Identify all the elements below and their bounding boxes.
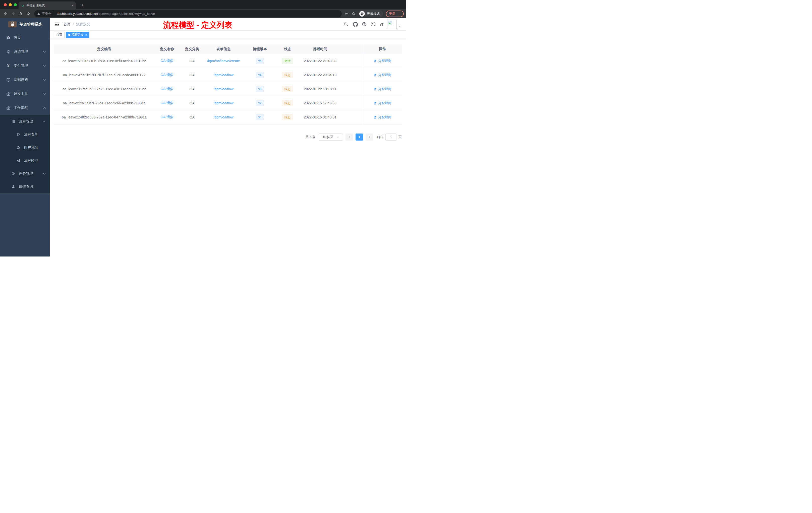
github-icon[interactable] (352, 22, 358, 27)
definition-name-link[interactable]: OA 请假 (161, 101, 173, 105)
font-size-icon[interactable]: TT (380, 22, 383, 26)
url-bar[interactable]: 不安全 dashboard.yudao.iocoder.cn/bpm/manag… (34, 10, 342, 17)
breadcrumb-separator: / (73, 22, 74, 26)
col-operations: 操作 (363, 44, 402, 54)
sidebar-item-home[interactable]: 首页 (0, 31, 50, 45)
deploy-time: 2022-01-16 01:40:51 (297, 110, 343, 124)
logo-rabbit-image (8, 21, 17, 27)
deploy-time: 2022-01-22 21:48:38 (297, 54, 343, 68)
assign-rule-link[interactable]: 分配规则 (373, 73, 391, 77)
key-icon[interactable] (345, 11, 349, 16)
filler-cell (343, 82, 363, 96)
tag-home[interactable]: 首页 (54, 32, 64, 38)
tag-process-definition[interactable]: 流程定义 × (66, 32, 89, 38)
deploy-time: 2022-01-22 20:34:10 (297, 68, 343, 82)
form-info-link[interactable]: /bpm/oa/flow (213, 101, 233, 105)
flow-branch-icon (11, 172, 16, 176)
assign-rule-link[interactable]: 分配规则 (373, 87, 391, 91)
assign-rule-link[interactable]: 分配规则 (373, 115, 391, 119)
page-size-select[interactable]: 10条/页 (319, 133, 343, 141)
goto-suffix: 页 (399, 135, 402, 139)
home-icon[interactable] (25, 10, 31, 17)
sidebar-item-infrastructure[interactable]: 基础设施 (0, 73, 50, 87)
table-row: oa_leave:3:1fad3d93-7b75-11ec-a3c8-acde4… (54, 82, 402, 96)
sidebar-item-process-model[interactable]: 流程模型 (0, 154, 50, 167)
sidebar-item-system[interactable]: 系统管理 (0, 45, 50, 59)
assign-rule-link[interactable]: 分配规则 (373, 59, 391, 63)
reload-icon[interactable] (17, 10, 24, 17)
deploy-time: 2022-01-22 19:19:11 (297, 82, 343, 96)
status-badge: 挂起 (282, 100, 293, 106)
form-info-link[interactable]: /bpm/oa/leave/create (207, 59, 240, 63)
yen-icon: ¥ (6, 63, 10, 68)
navbar-icons: TT ▾ (344, 20, 401, 29)
definition-id: oa_leave:5:004b710b-7b8a-11ec-8ef0-acde4… (54, 54, 154, 68)
next-page-button[interactable] (366, 133, 373, 141)
browser-menu-icon[interactable]: ⋮ (398, 12, 401, 15)
chevron-down-icon (43, 173, 46, 175)
status-badge: 激活 (282, 58, 293, 64)
browser-tab[interactable]: 芋道管理系统 × (19, 1, 76, 9)
definition-name-link[interactable]: OA 请假 (161, 59, 173, 63)
page-number-button[interactable]: 1 (355, 133, 363, 141)
app-title: 芋道管理系统 (20, 22, 42, 27)
security-warning[interactable]: 不安全 (37, 11, 52, 16)
window-zoom-button[interactable] (14, 3, 17, 6)
window-close-button[interactable] (4, 3, 7, 6)
goto-page: 前往 页 (377, 133, 402, 141)
form-info-link[interactable]: /bpm/oa/flow (213, 87, 233, 91)
chevron-down-icon (43, 79, 46, 81)
window-minimize-button[interactable] (9, 3, 12, 6)
bookmark-star-icon[interactable] (351, 11, 356, 16)
update-button[interactable]: 更新 ⋮ (386, 10, 404, 17)
definition-category: OA (179, 54, 205, 68)
assign-rule-link[interactable]: 分配规则 (373, 101, 391, 105)
avatar[interactable] (387, 20, 397, 29)
definition-name-link[interactable]: OA 请假 (161, 73, 173, 77)
definition-name-link[interactable]: OA 请假 (161, 87, 173, 91)
new-tab-button[interactable]: + (79, 2, 85, 8)
fullscreen-icon[interactable] (371, 22, 376, 27)
incognito-icon (359, 11, 365, 17)
sidebar-item-task-management[interactable]: 任务管理 (0, 167, 50, 180)
definition-name-link[interactable]: OA 请假 (161, 115, 173, 119)
prev-page-button[interactable] (346, 133, 353, 141)
goto-page-input[interactable] (385, 133, 397, 141)
status-badge: 挂起 (282, 72, 293, 78)
broken-image-icon (388, 20, 393, 25)
browser-toolbar: 不安全 dashboard.yudao.iocoder.cn/bpm/manag… (0, 9, 406, 18)
goto-label: 前往 (377, 135, 383, 139)
tags-view: 首页 流程定义 × (50, 31, 406, 39)
url-text[interactable]: dashboard.yudao.iocoder.cn/bpm/manager/d… (57, 12, 155, 16)
sidebar-item-leave-query[interactable]: 请假查询 (0, 180, 50, 193)
tag-close-icon[interactable]: × (85, 33, 87, 36)
sidebar-collapse-icon[interactable] (54, 22, 60, 27)
active-tag-dot (68, 34, 70, 36)
app-window: 芋道管理系统 首页 系统管理 ¥ 支付管理 (0, 18, 406, 256)
col-filler (343, 44, 363, 54)
sidebar-item-payment[interactable]: ¥ 支付管理 (0, 59, 50, 73)
sidebar-item-workflow[interactable]: 工作流程 (0, 101, 50, 115)
forward-icon[interactable] (10, 10, 16, 17)
tab-close-icon[interactable]: × (71, 3, 73, 7)
sidebar-item-devtools[interactable]: 研发工具 (0, 87, 50, 101)
app-logo[interactable]: 芋道管理系统 (0, 18, 50, 31)
dashboard-icon (6, 35, 10, 40)
people-face-icon (16, 145, 21, 150)
back-icon[interactable] (2, 10, 9, 17)
form-info-link[interactable]: /bpm/oa/flow (213, 73, 233, 77)
workflow-submenu: 流程管理 流程表单 用户分组 (0, 115, 50, 193)
breadcrumb-home[interactable]: 首页 (63, 22, 70, 27)
sidebar-item-process-form[interactable]: 流程表单 (0, 128, 50, 141)
red-annotation-text: 流程模型 - 定义列表 (163, 20, 232, 30)
incognito-badge[interactable]: 无痕模式 (358, 10, 383, 17)
sidebar-item-user-group[interactable]: 用户分组 (0, 141, 50, 154)
search-icon[interactable] (344, 22, 349, 27)
form-info-link[interactable]: /bpm/oa/flow (213, 115, 233, 119)
avatar-dropdown-caret-icon[interactable]: ▾ (399, 25, 401, 28)
sidebar-item-process-management[interactable]: 流程管理 (0, 115, 50, 128)
monitor-icon (6, 78, 10, 82)
favicon-leaf-icon (21, 4, 25, 7)
version-badge: v5 (256, 58, 264, 64)
help-icon[interactable] (361, 22, 367, 27)
